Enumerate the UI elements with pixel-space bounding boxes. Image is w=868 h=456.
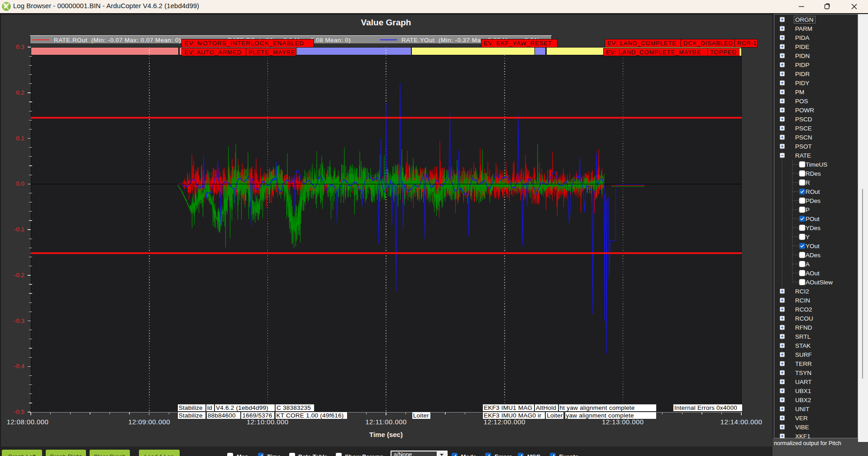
svg-text:POut: POut: [806, 216, 820, 222]
svg-text:TSYN: TSYN: [795, 370, 811, 376]
svg-text:ROR-1: ROR-1: [737, 40, 757, 47]
svg-text:POWR: POWR: [795, 107, 814, 114]
svg-text:-0.2: -0.2: [14, 272, 24, 278]
svg-text:PDes: PDes: [806, 197, 820, 204]
svg-text:STAK: STAK: [795, 342, 811, 349]
svg-text:R: R: [806, 179, 810, 186]
svg-text:0.2: 0.2: [16, 89, 24, 96]
svg-text:PSCN: PSCN: [795, 134, 812, 141]
svg-text:ORGN: ORGN: [795, 16, 814, 23]
svg-text:Time (sec): Time (sec): [369, 431, 403, 438]
svg-text:-0.4: -0.4: [14, 363, 25, 370]
svg-text:PARM: PARM: [795, 25, 812, 32]
svg-text:PIDA: PIDA: [795, 34, 810, 41]
svg-text:RATE: RATE: [795, 152, 811, 159]
svg-text:12:09:00.000: 12:09:00.000: [129, 418, 170, 426]
svg-text:PSCE: PSCE: [795, 125, 812, 132]
svg-text:PSOT: PSOT: [795, 143, 812, 150]
svg-text:RCOU: RCOU: [795, 315, 813, 322]
svg-text:TERR: TERR: [795, 360, 812, 367]
svg-text:UBX1: UBX1: [795, 388, 811, 394]
svg-text:XKF1: XKF1: [795, 433, 811, 439]
svg-text:EV: LAND_COMPLETE_MAYBE: EV: LAND_COMPLETE_MAYBE: [606, 49, 701, 56]
svg-text:UART: UART: [795, 379, 812, 385]
svg-text:YOut: YOut: [806, 243, 820, 250]
svg-text:AOut: AOut: [806, 270, 820, 277]
svg-text:POS: POS: [795, 98, 808, 105]
svg-text:-0.3: -0.3: [14, 317, 24, 324]
svg-text:AOutSlew: AOutSlew: [806, 279, 833, 286]
svg-text:SURF: SURF: [795, 351, 812, 358]
svg-text:12:14:00.000: 12:14:00.000: [720, 418, 762, 426]
svg-text:RDes: RDes: [806, 170, 821, 177]
svg-text:UNIT: UNIT: [795, 406, 810, 413]
svg-text:DCK_DISABLED: DCK_DISABLED: [683, 40, 733, 47]
svg-text:TimeUS: TimeUS: [806, 161, 827, 168]
svg-text:P: P: [806, 206, 810, 213]
svg-text:RFND: RFND: [795, 324, 812, 331]
svg-text:EV: AUTO_ARMED: EV: AUTO_ARMED: [185, 49, 242, 56]
svg-text:-0.1: -0.1: [14, 226, 24, 233]
svg-text:PM: PM: [795, 89, 804, 96]
svg-text:PLETE_MAYBE: PLETE_MAYBE: [248, 49, 295, 56]
svg-text:UBX2: UBX2: [795, 397, 811, 403]
svg-text:RCI2: RCI2: [795, 288, 809, 295]
svg-text:A: A: [806, 261, 810, 268]
svg-text:0.0: 0.0: [16, 180, 24, 187]
svg-text:PIDN: PIDN: [795, 53, 810, 59]
svg-text:12:08:00.000: 12:08:00.000: [7, 418, 48, 426]
svg-text:EV: MOTORS_INTERLOCK_ENABLED: EV: MOTORS_INTERLOCK_ENABLED: [185, 40, 305, 47]
svg-text:0.3: 0.3: [16, 43, 24, 50]
svg-text:ROut: ROut: [806, 188, 820, 195]
svg-text:PIDY: PIDY: [795, 80, 810, 86]
svg-text:EV: EKF_YAW_RESET: EV: EKF_YAW_RESET: [484, 40, 552, 47]
svg-text:-0.5: -0.5: [14, 408, 24, 415]
svg-text:ADes: ADes: [806, 252, 820, 259]
svg-text:VER: VER: [795, 415, 808, 422]
svg-text:PSCD: PSCD: [795, 116, 812, 123]
svg-text:YDes: YDes: [806, 225, 820, 231]
svg-text:Value Graph: Value Graph: [361, 18, 411, 27]
svg-text:PIDP: PIDP: [795, 62, 810, 68]
svg-text:EV: LAND_COMPLETE: EV: LAND_COMPLETE: [607, 40, 677, 47]
svg-text:SRTL: SRTL: [795, 333, 811, 340]
svg-text:Y: Y: [806, 234, 810, 240]
svg-text:RCIN: RCIN: [795, 297, 810, 304]
svg-text:VIBE: VIBE: [795, 424, 809, 431]
svg-text:PIDR: PIDR: [795, 71, 810, 77]
svg-text:12:11:00.000: 12:11:00.000: [365, 418, 406, 426]
svg-text:RCO2: RCO2: [795, 306, 812, 313]
svg-text:RATE.ROut (Min: -0.07 Max: 0.: RATE.ROut (Min: -0.07 Max: 0.07 Mean: 0): [54, 37, 181, 43]
svg-text:0.1: 0.1: [16, 135, 24, 142]
svg-text:TOPPED: TOPPED: [710, 49, 737, 56]
svg-text:PIDE: PIDE: [795, 43, 810, 50]
